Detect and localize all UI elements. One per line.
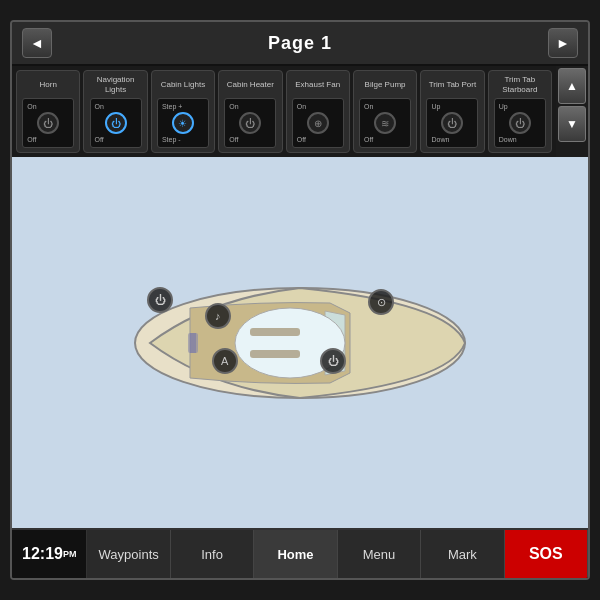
switch-col-3: Cabin HeaterOn⏻Off — [218, 70, 282, 153]
switch-off-label-6: Down — [431, 136, 449, 143]
switch-icon-0[interactable]: ⏻ — [37, 112, 59, 134]
svg-rect-3 — [250, 350, 300, 358]
switch-label-3: Cabin Heater — [227, 75, 274, 95]
boat-icon-music[interactable]: ♪ — [205, 303, 231, 329]
switch-col-7: Trim Tab StarboardUp⏻Down — [488, 70, 552, 153]
switch-on-label-3: On — [229, 103, 238, 110]
nav-btn-info[interactable]: Info — [171, 530, 254, 578]
switch-label-4: Exhaust Fan — [295, 75, 340, 95]
nav-btn-home[interactable]: Home — [254, 530, 337, 578]
page-title: Page 1 — [268, 33, 332, 54]
switch-on-label-5: On — [364, 103, 373, 110]
switch-label-0: Horn — [40, 75, 57, 95]
switch-col-6: Trim Tab PortUp⏻Down — [420, 70, 484, 153]
nav-btn-sos[interactable]: SOS — [505, 530, 588, 578]
switch-icon-3[interactable]: ⏻ — [239, 112, 261, 134]
svg-rect-2 — [250, 328, 300, 336]
switch-icon-2[interactable]: ☀ — [172, 112, 194, 134]
switch-icon-7[interactable]: ⏻ — [509, 112, 531, 134]
boat-icon-power1[interactable]: ⏻ — [147, 287, 173, 313]
boat-container: ⏻ ♪ A ⏻ ⊙ — [130, 273, 470, 413]
scroll-up-button[interactable]: ▲ — [558, 68, 586, 104]
time-suffix: PM — [63, 549, 77, 559]
switch-icon-5[interactable]: ≋ — [374, 112, 396, 134]
switch-label-5: Bilge Pump — [365, 75, 406, 95]
switch-col-5: Bilge PumpOn≋Off — [353, 70, 417, 153]
switch-on-label-1: On — [95, 103, 104, 110]
switch-off-label-3: Off — [229, 136, 238, 143]
prev-page-button[interactable]: ◄ — [22, 28, 52, 58]
switch-off-label-0: Off — [27, 136, 36, 143]
boat-icon-anchor[interactable]: A — [212, 348, 238, 374]
switch-icon-4[interactable]: ⊕ — [307, 112, 329, 134]
switch-col-0: HornOn⏻Off — [16, 70, 80, 153]
page-nav-bar: ◄ Page 1 ► — [12, 22, 588, 66]
switch-panel: HornOn⏻OffNavigation LightsOn⏻OffCabin L… — [12, 66, 556, 157]
switch-on-label-7: Up — [499, 103, 508, 110]
switch-panel-main: HornOn⏻OffNavigation LightsOn⏻OffCabin L… — [12, 66, 556, 157]
nav-btn-mark[interactable]: Mark — [421, 530, 504, 578]
right-controls: ▲ ▼ — [556, 66, 588, 157]
switch-body-4: On⊕Off — [292, 98, 344, 148]
main-screen: ◄ Page 1 ► HornOn⏻OffNavigation LightsOn… — [10, 20, 590, 580]
bottom-nav: 12:19PM Waypoints Info Home Menu Mark SO… — [12, 528, 588, 578]
switch-on-label-4: On — [297, 103, 306, 110]
switch-off-label-4: Off — [297, 136, 306, 143]
switch-body-7: Up⏻Down — [494, 98, 546, 148]
switch-col-2: Cabin LightsStep +☀Step - — [151, 70, 215, 153]
switch-body-5: On≋Off — [359, 98, 411, 148]
time-text: 12:19 — [22, 545, 63, 563]
switch-col-4: Exhaust FanOn⊕Off — [286, 70, 350, 153]
switch-off-label-2: Step - — [162, 136, 181, 143]
switch-label-1: Navigation Lights — [87, 75, 143, 95]
switch-off-label-1: Off — [95, 136, 104, 143]
switch-body-0: On⏻Off — [22, 98, 74, 148]
switch-label-7: Trim Tab Starboard — [492, 75, 548, 95]
boat-svg — [130, 273, 470, 413]
switch-body-6: Up⏻Down — [426, 98, 478, 148]
nav-btn-waypoints[interactable]: Waypoints — [87, 530, 170, 578]
switch-on-label-2: Step + — [162, 103, 182, 110]
switch-body-1: On⏻Off — [90, 98, 142, 148]
boat-area: ⏻ ♪ A ⏻ ⊙ — [12, 157, 588, 528]
nav-btn-menu[interactable]: Menu — [338, 530, 421, 578]
switch-icon-6[interactable]: ⏻ — [441, 112, 463, 134]
switch-body-3: On⏻Off — [224, 98, 276, 148]
switch-off-label-7: Down — [499, 136, 517, 143]
time-display: 12:19PM — [12, 530, 87, 578]
switch-panel-row: HornOn⏻OffNavigation LightsOn⏻OffCabin L… — [12, 66, 588, 157]
switch-on-label-6: Up — [431, 103, 440, 110]
switch-on-label-0: On — [27, 103, 36, 110]
svg-rect-5 — [190, 333, 196, 353]
scroll-down-button[interactable]: ▼ — [558, 106, 586, 142]
switch-label-6: Trim Tab Port — [429, 75, 477, 95]
switch-col-1: Navigation LightsOn⏻Off — [83, 70, 147, 153]
switch-label-2: Cabin Lights — [161, 75, 205, 95]
switch-off-label-5: Off — [364, 136, 373, 143]
switch-icon-1[interactable]: ⏻ — [105, 112, 127, 134]
next-page-button[interactable]: ► — [548, 28, 578, 58]
switch-body-2: Step +☀Step - — [157, 98, 209, 148]
